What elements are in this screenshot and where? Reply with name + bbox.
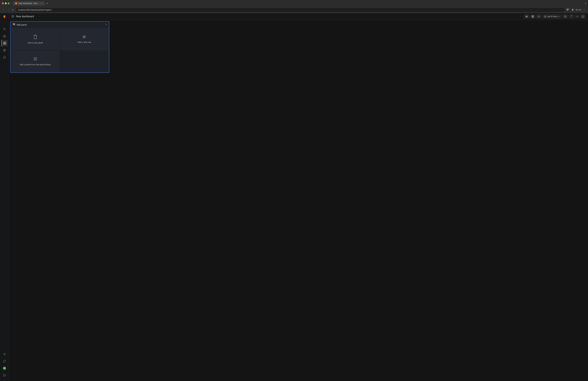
reader-view-button[interactable] bbox=[566, 8, 570, 12]
top-bar-actions: Last 6 hours bbox=[524, 14, 586, 19]
sidebar-item-dashboards[interactable] bbox=[1, 40, 8, 46]
svg-point-5 bbox=[3, 28, 5, 30]
add-new-panel-option[interactable]: Add a new panel bbox=[11, 28, 60, 50]
svg-rect-26 bbox=[526, 17, 526, 17]
dialog-title-text: Add panel bbox=[17, 23, 27, 26]
sidebar-item-alerting[interactable] bbox=[1, 54, 8, 61]
add-panel-dialog: Add panel × Add a ne bbox=[10, 21, 109, 73]
svg-marker-13 bbox=[4, 50, 5, 51]
library-panel-label: Add a panel from the panel library bbox=[20, 63, 51, 66]
new-row-label: Add a new row bbox=[78, 41, 91, 43]
dashboard-settings-button[interactable] bbox=[536, 14, 541, 19]
more-options-button[interactable]: ⋮ bbox=[582, 8, 586, 12]
new-tab-button[interactable]: + bbox=[45, 1, 49, 5]
svg-rect-23 bbox=[13, 17, 14, 18]
sidebar-bottom: G ? bbox=[1, 351, 8, 380]
dialog-options-grid: Add a new panel Add a new row bbox=[11, 28, 109, 72]
svg-rect-11 bbox=[5, 43, 6, 45]
svg-rect-42 bbox=[13, 24, 14, 25]
dialog-title: Add panel bbox=[13, 23, 27, 26]
sidebar-item-help[interactable]: ? bbox=[1, 372, 8, 379]
time-range-picker[interactable]: Last 6 hours bbox=[542, 14, 562, 19]
sidebar-item-starred[interactable] bbox=[1, 33, 8, 39]
svg-rect-2 bbox=[568, 9, 569, 9]
svg-rect-39 bbox=[582, 16, 584, 17]
new-row-icon bbox=[83, 35, 86, 39]
sidebar-item-configuration[interactable] bbox=[1, 351, 8, 357]
traffic-light-yellow[interactable] bbox=[5, 2, 7, 4]
save-dashboard-button[interactable] bbox=[530, 14, 535, 19]
svg-rect-31 bbox=[532, 17, 533, 17]
svg-rect-30 bbox=[532, 16, 533, 16]
svg-rect-20 bbox=[12, 15, 13, 16]
sidebar-toggle-button[interactable]: › bbox=[2, 21, 6, 25]
svg-rect-44 bbox=[13, 23, 14, 24]
forward-button[interactable]: → bbox=[7, 8, 10, 12]
zoom-out-button[interactable] bbox=[563, 14, 568, 19]
user-profile-button[interactable] bbox=[571, 8, 575, 12]
user-name-label: 게스트 bbox=[576, 8, 581, 11]
browser-title-bar: New dashboard - Dashboards × + ▾ bbox=[0, 0, 588, 7]
browser-tab-right: ▾ bbox=[585, 2, 586, 5]
tab-title: New dashboard - Dashboards bbox=[19, 2, 40, 4]
dialog-header: Add panel × bbox=[11, 22, 109, 28]
nav-right-icons: 게스트 ⋮ bbox=[566, 8, 586, 12]
sidebar-item-explore[interactable] bbox=[1, 47, 8, 53]
add-new-row-option[interactable]: Add a new row bbox=[60, 28, 109, 50]
address-bar[interactable] bbox=[16, 8, 565, 12]
time-range-label: Last 6 hours bbox=[547, 15, 557, 18]
svg-rect-24 bbox=[526, 16, 526, 17]
browser-chrome: New dashboard - Dashboards × + ▾ ← → ↻ 게… bbox=[0, 0, 588, 13]
sidebar-nav bbox=[1, 26, 8, 351]
refresh-dropdown[interactable] bbox=[575, 15, 579, 18]
sidebar-logo[interactable] bbox=[2, 14, 7, 20]
refresh-button[interactable]: ↻ bbox=[12, 8, 15, 12]
traffic-light-red[interactable] bbox=[2, 2, 4, 4]
browser-tab-active[interactable]: New dashboard - Dashboards × bbox=[13, 1, 45, 5]
svg-rect-10 bbox=[3, 43, 4, 45]
sidebar: › bbox=[0, 13, 9, 381]
svg-text:?: ? bbox=[4, 375, 5, 376]
dashboard-grid-icon bbox=[12, 15, 14, 18]
dialog-title-icon bbox=[13, 23, 15, 26]
main-content: New dashboard bbox=[9, 13, 588, 381]
sidebar-item-admin[interactable] bbox=[1, 358, 8, 364]
svg-rect-0 bbox=[567, 9, 568, 11]
svg-point-4 bbox=[572, 9, 573, 10]
svg-marker-7 bbox=[3, 35, 6, 37]
page-title: New dashboard bbox=[16, 15, 34, 18]
svg-point-32 bbox=[539, 16, 539, 17]
svg-line-6 bbox=[5, 30, 6, 30]
new-panel-icon bbox=[33, 35, 37, 40]
svg-text:G: G bbox=[4, 367, 5, 369]
svg-rect-3 bbox=[568, 10, 569, 10]
dialog-close-button[interactable]: × bbox=[105, 23, 107, 26]
svg-rect-21 bbox=[13, 15, 14, 16]
add-panel-button[interactable] bbox=[524, 14, 529, 19]
svg-rect-45 bbox=[14, 23, 15, 24]
top-bar: New dashboard bbox=[9, 13, 588, 20]
svg-rect-1 bbox=[568, 9, 569, 9]
sidebar-item-profile[interactable]: G bbox=[1, 365, 8, 371]
app-container: › bbox=[0, 13, 588, 381]
browser-nav-bar: ← → ↻ 게스트 ⋮ bbox=[0, 7, 588, 13]
add-library-panel-option[interactable]: Add a panel from the panel library bbox=[11, 51, 60, 72]
tab-close-btn[interactable]: × bbox=[41, 2, 42, 4]
traffic-light-green[interactable] bbox=[8, 2, 10, 4]
new-panel-label: Add a new panel bbox=[27, 42, 43, 44]
svg-point-15 bbox=[4, 354, 5, 355]
svg-rect-22 bbox=[12, 17, 13, 18]
svg-line-38 bbox=[566, 17, 566, 18]
svg-rect-9 bbox=[5, 42, 6, 43]
svg-rect-8 bbox=[3, 42, 4, 43]
svg-rect-43 bbox=[14, 24, 15, 25]
dashboard-canvas: Add panel × Add a ne bbox=[9, 20, 588, 381]
tv-mode-button[interactable] bbox=[580, 14, 586, 19]
traffic-lights bbox=[2, 2, 10, 4]
back-button[interactable]: ← bbox=[2, 8, 5, 12]
refresh-button[interactable] bbox=[569, 14, 574, 19]
svg-rect-25 bbox=[527, 16, 528, 17]
tab-favicon bbox=[15, 2, 17, 4]
browser-tab-bar: New dashboard - Dashboards × + bbox=[12, 1, 50, 5]
sidebar-item-search[interactable] bbox=[1, 26, 8, 32]
